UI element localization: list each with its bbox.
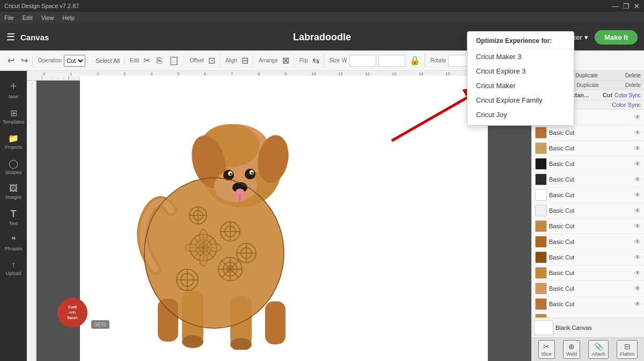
project-title: Labradoodle xyxy=(293,32,351,43)
layer-item[interactable]: Basic Cut👁 xyxy=(532,203,644,219)
redo-button[interactable]: ↪ xyxy=(19,54,30,67)
sidebar-item-text[interactable]: T Text xyxy=(2,205,25,229)
app-title-text: Cricut Design Space v7.2.87 xyxy=(4,3,79,9)
layer-item[interactable]: Basic Cut👁 xyxy=(532,281,644,297)
arrange-button[interactable]: ⊠ xyxy=(280,54,291,67)
layer-visibility-icon[interactable]: 👁 xyxy=(634,238,641,246)
layer-label: Basic Cut xyxy=(549,239,632,245)
operation-select[interactable]: Cut xyxy=(64,55,85,67)
layer-item[interactable]: Basic Cut👁 xyxy=(532,250,644,265)
color-sync-button[interactable]: Color Sync xyxy=(614,92,641,98)
layer-visibility-icon[interactable]: 👁 xyxy=(634,160,641,168)
undo-button[interactable]: ↩ xyxy=(5,54,17,67)
layer-visibility-icon[interactable]: 👁 xyxy=(634,113,641,121)
canvas-background[interactable] xyxy=(36,81,531,361)
layer-visibility-icon[interactable]: 👁 xyxy=(634,129,641,136)
machine-option[interactable]: Cricut Explore 3 xyxy=(467,64,574,78)
menu-edit[interactable]: Edit xyxy=(23,15,33,21)
blank-canvas-label: Blank Canvas xyxy=(555,324,592,331)
machine-dropdown[interactable]: Optimize Experience for: Cricut Maker 3C… xyxy=(467,31,574,126)
machine-option[interactable]: Cricut Joy xyxy=(467,107,574,122)
minimize-btn[interactable]: — xyxy=(612,2,619,10)
sidebar-item-phrases[interactable]: ❝ Phrases xyxy=(2,232,25,255)
color-sync-text[interactable]: Color Sync xyxy=(612,102,641,108)
machine-option[interactable]: Cricut Maker xyxy=(467,78,574,93)
layer-visibility-icon[interactable]: 👁 xyxy=(634,254,641,261)
left-sidebar: ＋ New ⊞ Templates 📁 Projects ◯ Shapes 🖼 … xyxy=(0,71,27,361)
svg-point-160 xyxy=(185,244,198,251)
layer-label: Basic Cut xyxy=(549,192,632,198)
dropdown-items-list: Cricut Maker 3Cricut Explore 3Cricut Mak… xyxy=(467,49,574,122)
edit-group: Edit ✂ ⎘ 📋 xyxy=(128,54,184,67)
craft-logo: Craft with Sarah xyxy=(56,297,89,329)
canvas-area[interactable]: 01234567891011121314151617181920 xyxy=(27,71,531,361)
weld-action-btn[interactable]: ⊕ Weld xyxy=(563,340,580,359)
layer-item[interactable]: Basic Cut👁 xyxy=(532,219,644,234)
layer-visibility-icon[interactable]: 👁 xyxy=(634,176,641,183)
svg-point-158 xyxy=(200,229,207,242)
layer-item[interactable]: Basic Cut👁 xyxy=(532,234,644,250)
layer-visibility-icon[interactable]: 👁 xyxy=(634,300,641,308)
delete-label: Delete xyxy=(625,82,641,88)
offset-label: Offset xyxy=(189,57,204,63)
align-button[interactable]: ⊟ xyxy=(239,54,251,67)
sidebar-item-projects[interactable]: 📁 Projects xyxy=(2,130,25,153)
duplicate-button[interactable]: Duplicate xyxy=(575,73,598,78)
attach-action-btn[interactable]: 📎 Attach xyxy=(588,340,609,359)
title-bar: Cricut Design Space v7.2.87 — ❐ ✕ xyxy=(0,0,644,12)
svg-text:1: 1 xyxy=(70,71,72,76)
white-canvas[interactable] xyxy=(80,76,488,361)
menu-view[interactable]: View xyxy=(41,15,54,21)
layer-visibility-icon[interactable]: 👁 xyxy=(634,145,641,152)
size-label: Size xyxy=(330,57,340,63)
layer-item[interactable]: Basic Cut👁 xyxy=(532,265,644,281)
layer-item[interactable]: Basic Cut👁 xyxy=(532,125,644,141)
height-input[interactable] xyxy=(378,55,405,67)
svg-point-172 xyxy=(230,173,232,175)
sidebar-item-new[interactable]: ＋ New xyxy=(2,75,25,103)
make-it-button[interactable]: Make It xyxy=(595,30,638,45)
operation-group: Operation Cut xyxy=(36,55,88,67)
layer-item[interactable]: Basic Cut👁 xyxy=(532,297,644,312)
layer-visibility-icon[interactable]: 👁 xyxy=(634,269,641,277)
layer-label: Basic Cut xyxy=(549,145,632,151)
edit-button[interactable]: ✂ xyxy=(141,54,152,67)
sidebar-item-shapes[interactable]: ◯ Shapes xyxy=(2,155,25,178)
width-input[interactable] xyxy=(349,55,376,67)
select-all-button[interactable]: Select All xyxy=(93,56,122,65)
zoom-indicator: 96% xyxy=(91,320,109,329)
width-label: W xyxy=(342,57,347,63)
delete-button[interactable]: Delete xyxy=(625,73,641,78)
layer-color-swatch xyxy=(535,174,547,185)
layer-item[interactable]: Basic Cut👁 xyxy=(532,141,644,156)
lock-proportions-btn[interactable]: 🔒 xyxy=(407,54,422,67)
hamburger-btn[interactable]: ☰ xyxy=(6,31,15,43)
edit-label: Edit xyxy=(130,57,139,63)
flatten-action-btn[interactable]: ⊟ Flatten xyxy=(617,340,638,359)
restore-btn[interactable]: ❐ xyxy=(623,2,630,10)
layer-label: Basic Cut xyxy=(549,176,632,183)
close-btn[interactable]: ✕ xyxy=(634,2,640,10)
menu-bar: File Edit View Help xyxy=(0,12,644,24)
layer-visibility-icon[interactable]: 👁 xyxy=(634,191,641,199)
flip-button[interactable]: ⇆ xyxy=(310,54,321,67)
slice-action-btn[interactable]: ✂ Slice xyxy=(538,340,555,359)
layer-visibility-icon[interactable]: 👁 xyxy=(634,222,641,230)
machine-option[interactable]: Cricut Maker 3 xyxy=(467,49,574,64)
layer-visibility-icon[interactable]: 👁 xyxy=(634,207,641,214)
sidebar-item-images[interactable]: 🖼 Images xyxy=(2,180,25,203)
layer-visibility-icon[interactable]: 👁 xyxy=(634,285,641,292)
layer-color-swatch xyxy=(535,158,547,170)
menu-file[interactable]: File xyxy=(4,15,14,21)
layer-item[interactable]: Basic Cut👁 xyxy=(532,312,644,317)
offset-button[interactable]: ⊡ xyxy=(206,54,217,67)
layer-item[interactable]: Basic Cut👁 xyxy=(532,156,644,172)
layer-item[interactable]: Basic Cut👁 xyxy=(532,187,644,203)
menu-help[interactable]: Help xyxy=(62,15,75,21)
machine-option[interactable]: Cricut Explore Family xyxy=(467,93,574,107)
layer-item[interactable]: Basic Cut👁 xyxy=(532,172,644,187)
sidebar-item-upload[interactable]: ↑ Upload xyxy=(2,257,25,279)
sidebar-item-templates[interactable]: ⊞ Templates xyxy=(2,105,25,128)
paste-button[interactable]: 📋 xyxy=(166,54,181,67)
copy-button[interactable]: ⎘ xyxy=(155,55,164,67)
